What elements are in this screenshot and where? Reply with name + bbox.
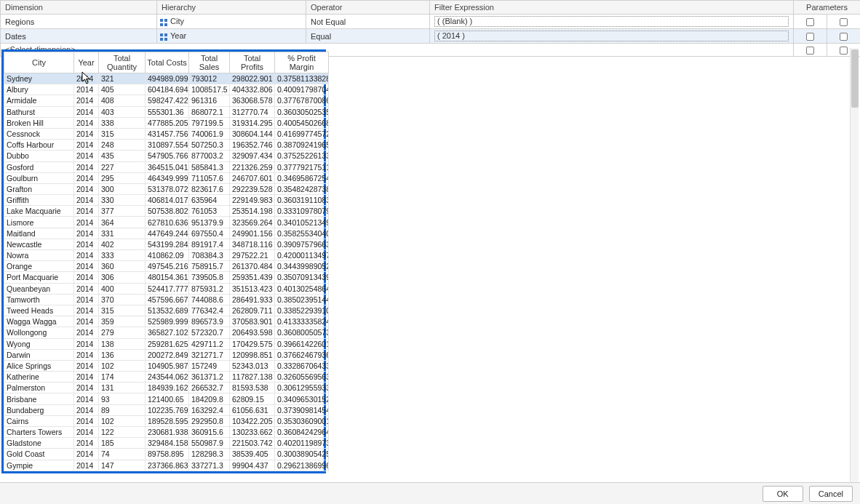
cell-costs[interactable]: 89758.895 — [146, 449, 189, 460]
cell-sales[interactable]: 361371.2 — [189, 372, 230, 383]
cell-qty[interactable]: 89 — [99, 404, 146, 415]
cell-city[interactable]: Cairns — [4, 415, 74, 426]
cell-sales[interactable]: 896573.9 — [189, 316, 230, 327]
cell-city[interactable]: Bathurst — [4, 106, 74, 117]
cell-qty[interactable]: 333 — [99, 250, 146, 261]
cell-qty[interactable]: 138 — [99, 338, 146, 349]
cell-qty[interactable]: 300 — [99, 183, 146, 194]
cell-city[interactable]: Wyong — [4, 338, 74, 349]
cell-profits[interactable]: 196352.746 — [230, 140, 275, 151]
cell-margin[interactable]: 0.32605569563... — [275, 372, 329, 383]
cell-year[interactable]: 2014 — [74, 316, 99, 327]
cell-profits[interactable]: 292239.528 — [230, 183, 275, 194]
cell-costs[interactable]: 447649.244 — [146, 228, 189, 239]
cell-qty[interactable]: 359 — [99, 316, 146, 327]
cell-margin[interactable]: 0.33310978079... — [275, 206, 329, 217]
cell-costs[interactable]: 507538.802 — [146, 206, 189, 217]
cell-city[interactable]: Nowra — [4, 250, 74, 261]
cell-qty[interactable]: 102 — [99, 415, 146, 426]
cell-sales[interactable]: 951379.9 — [189, 217, 230, 228]
cell-costs[interactable]: 525989.999 — [146, 316, 189, 327]
cell-margin[interactable]: 0.41699774572... — [275, 128, 329, 139]
cell-margin[interactable]: 0.39097579663... — [275, 239, 329, 249]
cell-profits[interactable]: 246707.601 — [230, 172, 275, 183]
cell-sales[interactable]: 740061.9 — [189, 128, 230, 139]
table-row[interactable]: Cairns2014102189528.595292950.8103422.20… — [4, 415, 329, 426]
cell-profits[interactable]: 103422.205 — [230, 415, 275, 426]
cell-costs[interactable]: 497545.216 — [146, 261, 189, 272]
cell-city[interactable]: Newcastle — [4, 239, 74, 249]
cell-year[interactable]: 2014 — [74, 349, 99, 360]
cell-year[interactable]: 2014 — [74, 449, 99, 460]
cell-sales[interactable]: 429711.2 — [189, 338, 230, 349]
cell-profits[interactable]: 308604.144 — [230, 128, 275, 139]
cell-sales[interactable]: 128298.3 — [189, 449, 230, 460]
cell-costs[interactable]: 230681.938 — [146, 427, 189, 438]
cell-qty[interactable]: 403 — [99, 106, 146, 117]
table-row[interactable]: Coffs Harbour2014248310897.554507250.319… — [4, 140, 329, 151]
param-checkbox-a[interactable] — [794, 29, 827, 44]
table-row[interactable]: Port Macquarie2014306480154.361739505.82… — [4, 272, 329, 283]
cell-city[interactable]: Goulburn — [4, 172, 74, 183]
cell-qty[interactable]: 400 — [99, 283, 146, 294]
table-row[interactable]: Katherine2014174243544.062361371.2117827… — [4, 372, 329, 383]
cell-year[interactable]: 2014 — [74, 195, 99, 206]
cell-costs[interactable]: 243544.062 — [146, 372, 189, 383]
cell-city[interactable]: Lismore — [4, 217, 74, 228]
cell-year[interactable]: 2014 — [74, 95, 99, 106]
cell-profits[interactable]: 404332.806 — [230, 84, 275, 95]
scrollbar-thumb[interactable] — [851, 49, 859, 108]
cell-margin[interactable]: 0.40091798704... — [275, 84, 329, 95]
cell-sales[interactable]: 758915.7 — [189, 261, 230, 272]
cell-margin[interactable]: 0.37779217511... — [275, 161, 329, 172]
dt-header-qty[interactable]: Total Quantity — [99, 52, 146, 73]
cell-profits[interactable]: 99904.437 — [230, 460, 275, 471]
table-row[interactable]: Darwin2014136200272.849321271.7120998.85… — [4, 349, 329, 360]
cell-margin[interactable]: 0.36084242964... — [275, 427, 329, 438]
filter-expression-cell[interactable]: ( 2014 ) — [430, 29, 794, 44]
cell-profits[interactable]: 120998.851 — [230, 349, 275, 360]
cell-city[interactable]: Gosford — [4, 161, 74, 172]
cell-costs[interactable]: 543199.284 — [146, 239, 189, 249]
cell-costs[interactable]: 431457.756 — [146, 128, 189, 139]
cell-margin[interactable]: 0.33852293910... — [275, 305, 329, 316]
cell-qty[interactable]: 136 — [99, 349, 146, 360]
cell-year[interactable]: 2014 — [74, 305, 99, 316]
cell-qty[interactable]: 131 — [99, 383, 146, 393]
cell-city[interactable]: Darwin — [4, 349, 74, 360]
cell-sales[interactable]: 184209.8 — [189, 393, 230, 404]
cell-year[interactable]: 2014 — [74, 183, 99, 194]
cell-margin[interactable]: 0.42000113497... — [275, 250, 329, 261]
cell-year[interactable]: 2014 — [74, 84, 99, 95]
cell-costs[interactable]: 555301.36 — [146, 106, 189, 117]
cell-costs[interactable]: 365827.102 — [146, 327, 189, 338]
cell-profits[interactable]: 298022.901 — [230, 73, 275, 84]
cell-costs[interactable]: 524417.777 — [146, 283, 189, 294]
cell-margin[interactable]: 0.35070913439... — [275, 272, 329, 283]
cell-year[interactable]: 2014 — [74, 393, 99, 404]
cell-costs[interactable]: 200272.849 — [146, 349, 189, 360]
cell-profits[interactable]: 61056.631 — [230, 404, 275, 415]
table-row[interactable]: Newcastle2014402543199.284891917.4348718… — [4, 239, 329, 249]
cell-qty[interactable]: 321 — [99, 73, 146, 84]
cell-margin[interactable]: 0.40130254864... — [275, 283, 329, 294]
cell-year[interactable]: 2014 — [74, 438, 99, 449]
cell-costs[interactable]: 364515.041 — [146, 161, 189, 172]
cell-sales[interactable]: 875931.2 — [189, 283, 230, 294]
cell-qty[interactable]: 295 — [99, 172, 146, 183]
cell-qty[interactable]: 405 — [99, 84, 146, 95]
cell-year[interactable]: 2014 — [74, 327, 99, 338]
table-row[interactable]: Gympie2014147237366.863337271.399904.437… — [4, 460, 329, 471]
cell-costs[interactable]: 457596.667 — [146, 294, 189, 305]
cell-costs[interactable]: 184939.162 — [146, 383, 189, 393]
cell-qty[interactable]: 279 — [99, 327, 146, 338]
dt-header-sales[interactable]: Total Sales — [189, 52, 230, 73]
table-row[interactable]: Wagga Wagga2014359525989.999896573.93705… — [4, 316, 329, 327]
table-row[interactable]: Tweed Heads2014315513532.689776342.42628… — [4, 305, 329, 316]
cell-year[interactable]: 2014 — [74, 117, 99, 128]
cell-costs[interactable]: 121400.65 — [146, 393, 189, 404]
cell-margin[interactable]: 0.40054502668... — [275, 117, 329, 128]
cell-sales[interactable]: 360915.6 — [189, 427, 230, 438]
cell-qty[interactable]: 370 — [99, 294, 146, 305]
cell-profits[interactable]: 319314.295 — [230, 117, 275, 128]
